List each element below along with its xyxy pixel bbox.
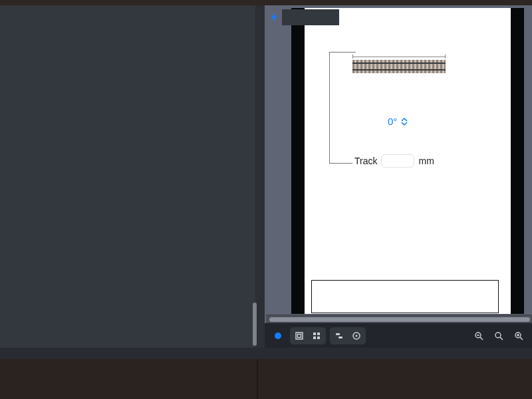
- debug-area: [0, 359, 532, 399]
- svg-line-17: [520, 337, 523, 340]
- left-scrollbar-thumb[interactable]: [253, 303, 257, 346]
- status-bar: [0, 348, 532, 359]
- layout-mode-group: [290, 327, 326, 344]
- app-root: 0° Track mm: [0, 0, 532, 399]
- debug-divider[interactable]: [257, 359, 258, 399]
- ruler: [352, 55, 446, 59]
- device-bezel-right: [511, 8, 524, 314]
- record-icon: [273, 331, 283, 340]
- svg-rect-7: [336, 333, 340, 335]
- zoom-in-button[interactable]: [511, 328, 527, 344]
- widgets-icon: [334, 331, 344, 340]
- svg-point-10: [356, 334, 358, 336]
- zoom-in-icon: [514, 331, 523, 340]
- angle-value: 0°: [388, 116, 397, 127]
- dimension-bracket: [329, 52, 330, 164]
- pinned-slot[interactable]: [282, 9, 339, 25]
- svg-rect-4: [317, 332, 320, 335]
- track-piece: [352, 60, 446, 73]
- svg-rect-5: [313, 336, 316, 339]
- svg-rect-6: [317, 336, 320, 339]
- title-bar-remnant: [0, 0, 532, 5]
- track-diagram: [352, 55, 446, 76]
- textfield-outline[interactable]: [311, 280, 499, 313]
- zoom-fit-icon: [494, 331, 503, 340]
- device-settings-group: [330, 327, 366, 344]
- pin-icon: [269, 13, 279, 22]
- preview-toolbar: [265, 323, 532, 348]
- track-length-label: Track: [354, 156, 377, 166]
- svg-line-12: [480, 337, 483, 340]
- svg-line-15: [500, 337, 503, 340]
- svg-rect-3: [313, 332, 316, 335]
- svg-rect-2: [298, 334, 301, 337]
- device-bezel-left: [291, 8, 305, 314]
- stepper-icon: [401, 118, 408, 126]
- rail: [352, 69, 446, 70]
- track-length-input[interactable]: [381, 154, 414, 168]
- live-preview-button[interactable]: [270, 328, 286, 344]
- target-icon: [352, 331, 361, 340]
- svg-point-0: [275, 332, 281, 339]
- layout-grid-button[interactable]: [309, 329, 325, 343]
- svg-rect-1: [296, 332, 303, 339]
- track-length-unit: mm: [418, 156, 434, 166]
- grid-icon: [312, 331, 321, 340]
- track-length-field: Track mm: [354, 154, 434, 168]
- zoom-out-button[interactable]: [471, 328, 487, 344]
- svg-point-14: [495, 332, 501, 338]
- horizontal-scrollbar[interactable]: [266, 315, 532, 323]
- variants-button[interactable]: [348, 329, 364, 343]
- zoom-fit-button[interactable]: [491, 328, 507, 344]
- rail: [352, 63, 446, 64]
- dimension-bracket: [329, 52, 356, 53]
- device-settings-button[interactable]: [331, 329, 347, 343]
- left-panel: [0, 5, 255, 348]
- horizontal-scrollbar-thumb[interactable]: [269, 317, 530, 322]
- panel-divider[interactable]: [255, 5, 265, 348]
- layers-icon: [295, 331, 304, 340]
- zoom-out-icon: [474, 331, 483, 340]
- pin-button[interactable]: [266, 9, 282, 25]
- dimension-bracket: [329, 163, 352, 164]
- angle-stepper[interactable]: 0°: [388, 116, 408, 127]
- sleepers: [352, 60, 446, 73]
- layout-selectable-button[interactable]: [291, 329, 307, 343]
- svg-rect-8: [338, 336, 342, 338]
